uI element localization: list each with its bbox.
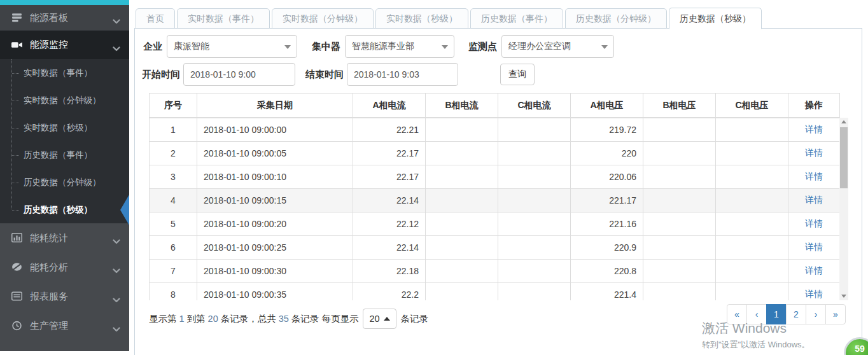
monitor-point-label: 监测点	[468, 41, 497, 53]
cell-no: 5	[150, 212, 197, 236]
page-first-button[interactable]: «	[727, 304, 747, 324]
sidebar-item-production-management[interactable]: 生产管理	[0, 311, 129, 340]
tab-history-second[interactable]: 历史数据（秒级）	[669, 8, 762, 29]
scroll-down-icon[interactable]	[839, 292, 848, 300]
cell-date: 2018-01-10 09:00:00	[197, 118, 353, 142]
chevron-down-icon	[113, 323, 120, 328]
enterprise-select[interactable]: 康派智能	[167, 35, 297, 58]
table-row: 6 2018-01-10 09:00:25 22.14 220.9 详情	[150, 236, 840, 260]
cell-current-c	[498, 118, 571, 142]
detail-link[interactable]: 详情	[805, 218, 823, 228]
cell-voltage-a: 220	[571, 142, 643, 165]
data-table: 序号 采集日期 A相电流 B相电流 C相电流 A相电压 B相电压 C相电压 操作…	[149, 93, 848, 300]
concentrator-label: 集中器	[312, 41, 340, 53]
col-header-no: 序号	[150, 94, 197, 118]
detail-link[interactable]: 详情	[805, 195, 823, 205]
cell-current-a: 22.21	[353, 118, 426, 142]
cell-current-a: 22.17	[353, 142, 426, 165]
detail-link[interactable]: 详情	[805, 289, 823, 299]
monitor-point-select[interactable]: 经理办公室空调	[501, 35, 614, 58]
sidebar-item-energy-analysis[interactable]: 能耗分析	[0, 253, 129, 282]
detail-link[interactable]: 详情	[805, 171, 823, 181]
tab-history-event[interactable]: 历史数据（事件）	[470, 8, 563, 29]
submenu-label: 实时数据（事件）	[24, 68, 92, 78]
start-time-input[interactable]	[183, 63, 295, 86]
detail-link[interactable]: 详情	[805, 242, 823, 252]
submenu-label: 历史数据（秒级）	[24, 205, 92, 214]
table-row: 2 2018-01-10 09:00:05 22.17 220 详情	[150, 142, 840, 165]
submenu-label: 实时数据（分钟级）	[24, 95, 101, 105]
cell-no: 4	[150, 189, 197, 212]
concentrator-select[interactable]: 智慧能源事业部	[345, 35, 454, 58]
sidebar-item-label: 生产管理	[30, 320, 113, 332]
cell-voltage-b	[643, 283, 716, 301]
cell-voltage-c	[716, 165, 788, 189]
scrollbar-thumb[interactable]	[840, 127, 848, 188]
page-1-button[interactable]: 1	[766, 304, 787, 324]
cell-voltage-b	[643, 189, 716, 212]
caret-down-icon	[601, 45, 608, 49]
cell-current-a: 22.14	[353, 189, 426, 212]
caret-down-icon	[284, 45, 291, 49]
cell-no: 8	[150, 283, 197, 301]
chevron-down-icon	[113, 43, 120, 48]
tab-realtime-event[interactable]: 实时数据（事件）	[177, 8, 270, 29]
page-next-button[interactable]: ›	[806, 304, 826, 324]
tab-realtime-minute[interactable]: 实时数据（分钟级）	[272, 8, 374, 29]
cell-voltage-a: 220.06	[571, 165, 643, 189]
query-button[interactable]: 查询	[500, 64, 535, 85]
tab-content-panel: 企业 康派智能 集中器 智慧能源事业部 监测点 经理办公室空调 开始时间 结束时…	[134, 28, 862, 355]
detail-link[interactable]: 详情	[805, 148, 823, 158]
submenu-label: 历史数据（分钟级）	[24, 178, 101, 187]
table-row: 3 2018-01-10 09:00:10 22.17 220.06 详情	[150, 165, 840, 189]
table-scrollbar[interactable]	[839, 118, 848, 300]
sidebar-item-realtime-minute[interactable]: 实时数据（分钟级）	[0, 87, 129, 114]
cell-current-b	[426, 260, 498, 283]
detail-link[interactable]: 详情	[805, 265, 823, 275]
cell-current-c	[498, 189, 571, 212]
cell-current-a: 22.14	[353, 236, 426, 260]
detail-link[interactable]: 详情	[805, 124, 823, 134]
sidebar-item-history-minute[interactable]: 历史数据（分钟级）	[0, 169, 129, 196]
cell-voltage-c	[716, 236, 788, 260]
col-header-current-a: A相电流	[353, 94, 426, 118]
info-total: 35	[279, 314, 289, 324]
tab-home[interactable]: 首页	[136, 8, 175, 29]
cell-no: 3	[150, 165, 197, 189]
sidebar-item-realtime-second[interactable]: 实时数据（秒级）	[0, 114, 129, 141]
sidebar-item-history-event[interactable]: 历史数据（事件）	[0, 141, 129, 169]
sidebar-item-energy-dashboard[interactable]: 能源看板	[0, 5, 129, 31]
table-row: 5 2018-01-10 09:00:20 22.12 221.16 详情	[150, 212, 840, 236]
end-time-input[interactable]	[347, 63, 458, 86]
enterprise-value: 康派智能	[174, 41, 209, 52]
info-to: 20	[208, 314, 218, 324]
caret-up-icon	[384, 317, 390, 321]
sidebar-item-energy-monitoring[interactable]: 能源监控	[0, 31, 129, 59]
cell-voltage-a: 221.4	[571, 283, 643, 301]
page-size-select[interactable]: 20	[363, 309, 396, 329]
page-prev-button[interactable]: ‹	[746, 304, 767, 324]
chevron-down-icon	[113, 294, 120, 299]
page-last-button[interactable]: »	[825, 304, 846, 324]
sidebar-item-report-service[interactable]: 报表服务	[0, 282, 129, 311]
info-text: 条记录	[401, 313, 429, 325]
cell-current-b	[426, 189, 498, 212]
tab-history-minute[interactable]: 历史数据（分钟级）	[565, 8, 667, 29]
chart-icon	[11, 233, 22, 243]
page-2-button[interactable]: 2	[786, 304, 806, 324]
cell-voltage-a: 220.8	[571, 260, 643, 283]
cell-voltage-c	[716, 118, 788, 142]
chevron-down-icon	[113, 15, 120, 20]
info-text: 条记录 每页显示	[291, 313, 359, 325]
sidebar-item-energy-statistics[interactable]: 能耗统计	[0, 223, 129, 253]
cell-voltage-a: 219.72	[571, 118, 643, 142]
cell-voltage-b	[643, 165, 716, 189]
dashboard-icon	[11, 13, 22, 23]
tab-realtime-second[interactable]: 实时数据（秒级）	[375, 8, 468, 29]
sidebar-item-label: 能耗分析	[30, 261, 113, 274]
monitor-point-value: 经理办公室空调	[508, 41, 571, 52]
sidebar-item-history-second[interactable]: 历史数据（秒级）	[0, 196, 129, 223]
sidebar-item-realtime-event[interactable]: 实时数据（事件）	[0, 59, 129, 87]
scroll-up-icon[interactable]	[839, 118, 848, 126]
filter-row-1: 企业 康派智能 集中器 智慧能源事业部 监测点 经理办公室空调	[135, 34, 614, 59]
